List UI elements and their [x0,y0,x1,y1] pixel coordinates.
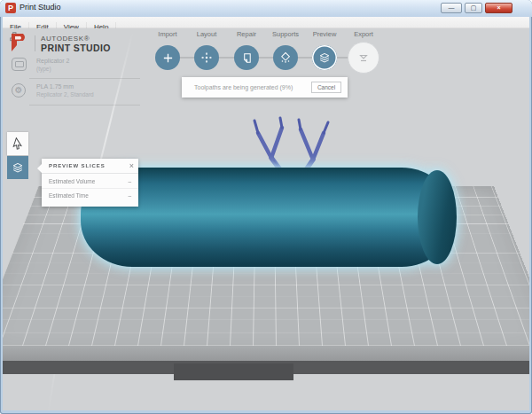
step-repair-button[interactable] [234,45,259,70]
step-layout-button[interactable] [194,45,219,70]
slice-preview-tool-button[interactable] [7,156,28,179]
material-name: PLA 1.75 mm [36,83,74,90]
cancel-button[interactable]: Cancel [311,82,341,93]
export-icon [356,51,371,65]
print-studio-logo-icon [10,33,27,52]
estimated-volume-row: Estimated Volume – [42,175,138,187]
build-plate-front-tab [174,363,293,380]
minimize-button[interactable]: — [441,3,462,13]
menu-bar: FileEditViewHelp [3,17,529,28]
estimated-time-label: Estimated Time [49,192,89,199]
title-bar[interactable]: P Print Studio — ▢ × [0,0,532,17]
move-icon [200,51,213,64]
progress-message: Toolpaths are being generated (9%) [194,84,293,90]
printer-name: Replicator 2 [36,58,69,64]
step-export-button[interactable] [348,42,379,74]
estimated-volume-label: Estimated Volume [49,178,95,184]
layers-icon [12,161,24,174]
progress-notification: Toolpaths are being generated (9%) Cance… [182,77,348,98]
close-icon[interactable]: × [129,161,134,170]
app-icon: P [5,3,16,13]
estimated-volume-value: – [128,178,131,184]
cylinder-right-cap [418,170,457,264]
app-window: P Print Studio — ▢ × FileEditViewHelp [0,0,532,414]
select-tool-button[interactable] [7,132,28,155]
maximize-button[interactable]: ▢ [465,3,482,13]
preview-slices-header: PREVIEW SLICES × [42,159,138,174]
window-title: Print Studio [20,3,61,12]
step-import-button[interactable] [155,45,180,70]
preview-slices-panel: PREVIEW SLICES × Estimated Volume – Esti… [42,159,138,207]
page-icon [241,52,253,64]
brand-autodesk: AUTODESK® [41,35,90,43]
material-selector[interactable]: ⚙ PLA 1.75 mm Replicator 2, Standard [12,83,145,101]
gear-icon: ⚙ [12,83,26,98]
brand-product: PRINT STUDIO [41,43,111,53]
estimated-time-row: Estimated Time – [42,188,138,200]
step-supports-button[interactable] [273,45,298,70]
viewport: AUTODESK® PRINT STUDIO Replicator 2 (typ… [3,28,529,410]
step-label-export: Export [337,30,390,38]
brand-divider [35,35,35,51]
printer-type: (type) [36,66,51,72]
printer-icon [12,58,27,71]
layers-icon [318,51,331,64]
material-profile: Replicator 2, Standard [36,91,94,98]
close-button[interactable]: × [485,3,512,13]
printer-selector[interactable]: Replicator 2 (type) [12,58,145,74]
cursor-icon [12,137,24,151]
preview-slices-title: PREVIEW SLICES [49,163,106,168]
step-preview-button[interactable] [312,45,337,70]
plus-icon [162,52,174,64]
build-plate-edge [3,346,529,361]
estimated-time-value: – [128,192,131,199]
diamond-icon [279,51,292,64]
